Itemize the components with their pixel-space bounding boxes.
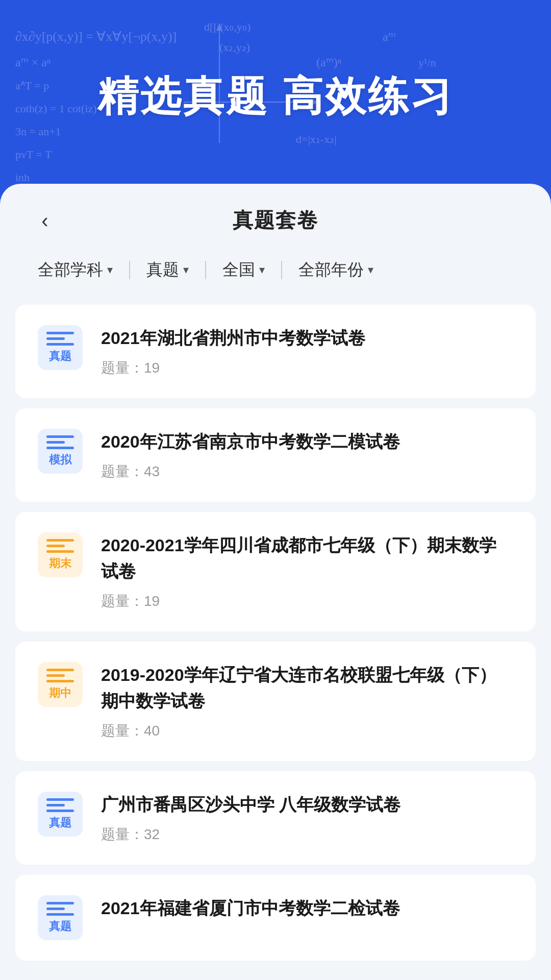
badge-label: 期末 bbox=[49, 556, 71, 571]
filter-bar: 全部学科 ▾ 真题 ▾ 全国 ▾ 全部年份 ▾ bbox=[0, 251, 551, 289]
filter-divider-2 bbox=[205, 261, 206, 279]
exam-info: 2020年江苏省南京市中考数学二模试卷题量：43 bbox=[101, 429, 513, 481]
filter-type[interactable]: 真题 ▾ bbox=[134, 251, 201, 289]
card-panel: ‹ 真题套卷 全部学科 ▾ 真题 ▾ 全国 ▾ 全部年份 ▾ 真题2021年湖北… bbox=[0, 184, 551, 980]
panel-header: ‹ 真题套卷 bbox=[0, 184, 551, 251]
chevron-down-icon: ▾ bbox=[368, 263, 373, 277]
exam-info: 2021年湖北省荆州市中考数学试卷题量：19 bbox=[101, 325, 513, 378]
filter-divider-1 bbox=[129, 261, 130, 279]
badge-label: 真题 bbox=[49, 349, 71, 364]
filter-subject[interactable]: 全部学科 ▾ bbox=[26, 251, 125, 289]
exam-title: 2020-2021学年四川省成都市七年级（下）期末数学试卷 bbox=[101, 532, 513, 584]
exam-item[interactable]: 真题2021年湖北省荆州市中考数学试卷题量：19 bbox=[15, 305, 536, 398]
exam-info: 2021年福建省厦门市中考数学二检试卷 bbox=[101, 895, 513, 928]
exam-info: 广州市番禺区沙头中学 八年级数学试卷题量：32 bbox=[101, 792, 513, 844]
exam-item[interactable]: 真题2021年福建省厦门市中考数学二检试卷 bbox=[15, 875, 536, 961]
exam-info: 2019-2020学年辽宁省大连市名校联盟七年级（下）期中数学试卷题量：40 bbox=[101, 662, 513, 741]
chevron-down-icon: ▾ bbox=[259, 263, 265, 277]
badge-label: 模拟 bbox=[49, 452, 71, 468]
back-button[interactable]: ‹ bbox=[31, 206, 59, 235]
exam-badge-icon: 真题 bbox=[38, 325, 83, 370]
exam-item[interactable]: 期末2020-2021学年四川省成都市七年级（下）期末数学试卷题量：19 bbox=[15, 512, 536, 631]
exam-badge-icon: 期中 bbox=[38, 662, 83, 707]
exam-info: 2020-2021学年四川省成都市七年级（下）期末数学试卷题量：19 bbox=[101, 532, 513, 611]
back-icon: ‹ bbox=[41, 210, 48, 231]
exam-title: 2021年湖北省荆州市中考数学试卷 bbox=[101, 325, 513, 351]
filter-region[interactable]: 全国 ▾ bbox=[210, 251, 277, 289]
exam-badge-icon: 期末 bbox=[38, 532, 83, 577]
exam-item[interactable]: 期中2019-2020学年辽宁省大连市名校联盟七年级（下）期中数学试卷题量：40 bbox=[15, 642, 536, 761]
exam-badge-icon: 模拟 bbox=[38, 429, 83, 474]
exam-title: 广州市番禺区沙头中学 八年级数学试卷 bbox=[101, 792, 513, 818]
filter-divider-3 bbox=[281, 261, 282, 279]
badge-label: 真题 bbox=[49, 815, 71, 830]
chevron-down-icon: ▾ bbox=[107, 263, 113, 277]
exam-item[interactable]: 模拟2020年江苏省南京市中考数学二模试卷题量：43 bbox=[15, 408, 536, 502]
exam-title: 2021年福建省厦门市中考数学二检试卷 bbox=[101, 895, 513, 921]
badge-label: 真题 bbox=[49, 919, 71, 934]
exam-badge-icon: 真题 bbox=[38, 895, 83, 940]
exam-count: 题量：43 bbox=[101, 462, 513, 481]
exam-title: 2019-2020学年辽宁省大连市名校联盟七年级（下）期中数学试卷 bbox=[101, 662, 513, 714]
exam-badge-icon: 真题 bbox=[38, 792, 83, 837]
hero-title: 精选真题 高效练习 bbox=[97, 69, 454, 125]
chevron-down-icon: ▾ bbox=[183, 263, 189, 277]
panel-title: 真题套卷 bbox=[233, 206, 318, 234]
exam-count: 题量：19 bbox=[101, 592, 513, 611]
exam-count: 题量：40 bbox=[101, 721, 513, 741]
exam-item[interactable]: 真题广州市番禺区沙头中学 八年级数学试卷题量：32 bbox=[15, 771, 536, 865]
hero-section: 精选真题 高效练习 bbox=[0, 0, 551, 194]
filter-year[interactable]: 全部年份 ▾ bbox=[286, 251, 386, 289]
badge-label: 期中 bbox=[49, 685, 71, 701]
exam-count: 题量：32 bbox=[101, 825, 513, 844]
exam-title: 2020年江苏省南京市中考数学二模试卷 bbox=[101, 429, 513, 455]
exam-list: 真题2021年湖北省荆州市中考数学试卷题量：19模拟2020年江苏省南京市中考数… bbox=[0, 305, 551, 971]
exam-count: 题量：19 bbox=[101, 358, 513, 378]
